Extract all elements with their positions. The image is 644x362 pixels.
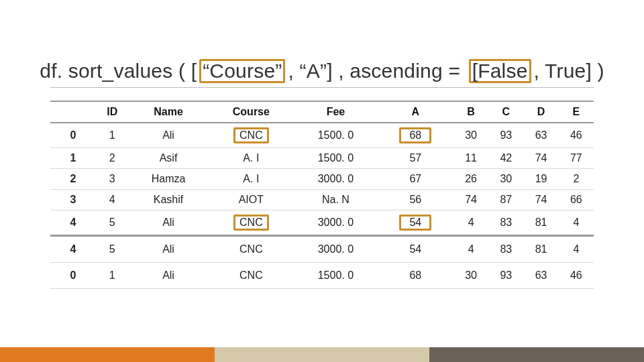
col-course: Course: [208, 101, 294, 123]
footer-stripe-orange: [0, 347, 215, 362]
cell: 3000. 0: [294, 236, 377, 263]
cell: AIOT: [208, 190, 294, 210]
cell: 74: [523, 148, 558, 169]
cell: 66: [559, 190, 594, 210]
cell: 4: [453, 210, 488, 236]
cell: 5: [96, 236, 129, 263]
col-index: [50, 101, 96, 123]
cell: 19: [523, 169, 558, 190]
highlighted-cell: 54: [399, 215, 431, 231]
cell: 30: [453, 123, 488, 148]
table-body-sorted: 45AliCNC3000. 05448381401AliCNC1500. 068…: [50, 236, 594, 289]
cell: 81: [523, 236, 558, 263]
row-index: 0: [50, 263, 96, 289]
cell: 54: [378, 210, 453, 236]
highlighted-cell: CNC: [233, 215, 269, 231]
col-b: B: [453, 101, 488, 123]
col-fee: Fee: [294, 101, 377, 123]
cell: 1500. 0: [294, 148, 377, 169]
cell: A. I: [208, 148, 294, 169]
cell: 81: [523, 210, 558, 236]
cell: 2: [96, 148, 129, 169]
table-row: 01AliCNC1500. 06830936346: [50, 123, 594, 148]
cell: 2: [559, 169, 594, 190]
col-a: A: [378, 101, 453, 123]
title-text: df. sort_values ( [: [38, 60, 198, 82]
title-highlight: [False: [469, 59, 531, 83]
cell: 77: [559, 148, 594, 169]
cell: 3000. 0: [294, 210, 377, 236]
table-row: 45AliCNC3000. 054483814: [50, 236, 594, 263]
table-row: 45AliCNC3000. 054483814: [50, 210, 594, 236]
cell: 4: [453, 236, 488, 263]
row-index: 4: [50, 210, 96, 236]
footer-stripe-tan: [215, 347, 429, 362]
row-index: 1: [50, 148, 96, 169]
cell: 42: [488, 148, 523, 169]
slide: { "title": { "parts": [ { "text": "df. s…: [0, 0, 644, 362]
cell: 1: [96, 123, 129, 148]
cell: 30: [488, 169, 523, 190]
title-row: df. sort_values ( [“Course”, “A”] , asce…: [0, 59, 644, 83]
table-row: 23HamzaA. I3000. 0672630192: [50, 169, 594, 190]
cell: 56: [378, 190, 453, 210]
cell: Na. N: [294, 190, 377, 210]
cell: 63: [523, 123, 558, 148]
cell: 83: [488, 210, 523, 236]
cell: 54: [378, 236, 453, 263]
row-index: 0: [50, 123, 96, 148]
cell: 1500. 0: [294, 263, 377, 289]
dataframe-table: IDNameCourseFeeABCDE 01AliCNC1500. 06830…: [50, 101, 594, 289]
table-body-original: 01AliCNC1500. 0683093634612AsifA. I1500.…: [50, 123, 594, 236]
cell: 1500. 0: [294, 123, 377, 148]
col-c: C: [488, 101, 523, 123]
cell: 26: [453, 169, 488, 190]
footer-stripe-brown: [429, 347, 644, 362]
cell: 46: [559, 123, 594, 148]
cell: CNC: [208, 210, 294, 236]
cell: 4: [559, 236, 594, 263]
cell: Kashif: [129, 190, 209, 210]
row-index: 2: [50, 169, 96, 190]
cell: 3000. 0: [294, 169, 377, 190]
footer-bar: [0, 347, 644, 362]
cell: Ali: [129, 263, 209, 289]
cell: Asif: [129, 148, 209, 169]
cell: 30: [453, 263, 488, 289]
title-underline: [50, 87, 594, 88]
cell: Ali: [129, 236, 209, 263]
col-e: E: [559, 101, 594, 123]
row-index: 4: [50, 236, 96, 263]
title-code: df. sort_values ( [“Course”, “A”] , asce…: [38, 59, 605, 83]
cell: 11: [453, 148, 488, 169]
table-row: 12AsifA. I1500. 05711427477: [50, 148, 594, 169]
cell: 74: [523, 190, 558, 210]
col-name: Name: [129, 101, 209, 123]
cell: 87: [488, 190, 523, 210]
highlighted-cell: 68: [399, 127, 431, 143]
table-row: 34KashifAIOTNa. N5674877466: [50, 190, 594, 210]
cell: 93: [488, 123, 523, 148]
cell: Ali: [129, 123, 209, 148]
cell: 74: [453, 190, 488, 210]
cell: 57: [378, 148, 453, 169]
title-highlight: “Course”: [199, 59, 285, 83]
cell: 83: [488, 236, 523, 263]
title-text: , “A”] , ascending =: [286, 60, 467, 82]
title-text: , True] ): [533, 60, 606, 82]
cell: Ali: [129, 210, 209, 236]
cell: 5: [96, 210, 129, 236]
cell: 46: [559, 263, 594, 289]
cell: 68: [378, 123, 453, 148]
cell: 4: [96, 190, 129, 210]
table: IDNameCourseFeeABCDE 01AliCNC1500. 06830…: [50, 101, 594, 289]
cell: 1: [96, 263, 129, 289]
cell: 68: [378, 263, 453, 289]
col-d: D: [523, 101, 558, 123]
cell: CNC: [208, 263, 294, 289]
cell: 3: [96, 169, 129, 190]
cell: CNC: [208, 236, 294, 263]
cell: 67: [378, 169, 453, 190]
highlighted-cell: CNC: [233, 127, 269, 143]
cell: A. I: [208, 169, 294, 190]
